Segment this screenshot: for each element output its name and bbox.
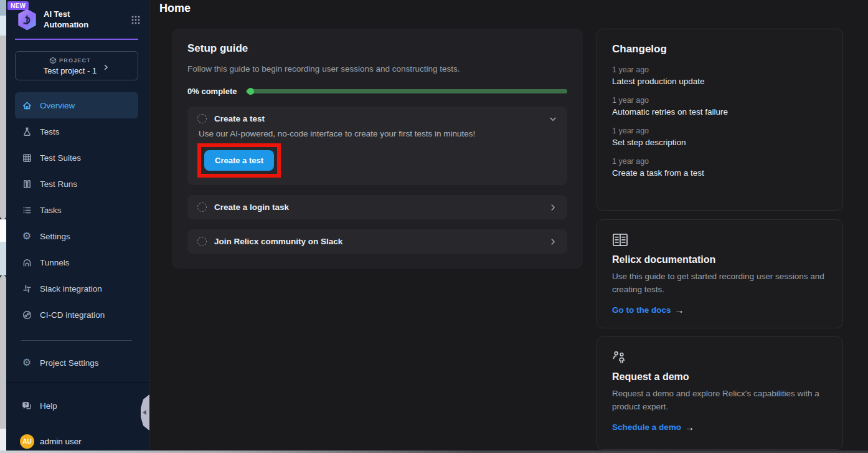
- sidebar-item-label: Overview: [40, 101, 75, 110]
- changelog-entry-time: 1 year ago: [612, 65, 828, 74]
- demo-description: Request a demo and explore Relicx's capa…: [612, 388, 828, 414]
- arrow-right-icon: →: [675, 305, 684, 315]
- sidebar-item-settings[interactable]: ⚙ Settings: [15, 223, 138, 249]
- background-window-edge: [0, 0, 6, 453]
- chevron-right-icon: [102, 64, 110, 71]
- sidebar-item-test-runs[interactable]: Test Runs: [15, 171, 138, 197]
- changelog-entry-title: Create a task from a test: [612, 168, 828, 178]
- sidebar-item-help[interactable]: ? Help: [15, 393, 140, 419]
- request-demo-card: Request a demo Request a demo and explor…: [597, 336, 843, 450]
- arrow-right-icon: →: [685, 422, 694, 432]
- book-icon: [612, 232, 828, 247]
- gear-icon: ⚙: [21, 231, 32, 241]
- apps-grid-icon[interactable]: [131, 15, 141, 25]
- svg-text:?: ?: [24, 402, 27, 408]
- sidebar-divider: [21, 340, 132, 341]
- create-a-test-button[interactable]: Create a test: [204, 150, 274, 171]
- gear-icon: ⚙: [21, 358, 32, 368]
- demo-title: Request a demo: [612, 371, 828, 383]
- changelog-entry-time: 1 year ago: [612, 126, 828, 135]
- project-selector[interactable]: PROJECT Test project - 1: [15, 51, 138, 80]
- setup-progress: 0% complete: [187, 87, 567, 96]
- project-name: Test project - 1: [44, 66, 97, 75]
- sidebar-item-label: Test Suites: [40, 153, 81, 163]
- step-title: Create a login task: [214, 203, 289, 212]
- user-menu[interactable]: AU admin user: [20, 434, 82, 449]
- sidebar-item-cicd-integration[interactable]: CI-CD integration: [15, 302, 138, 328]
- slack-icon: [21, 284, 32, 294]
- changelog-entry: 1 year ago Set step description: [612, 126, 828, 147]
- home-icon: [21, 100, 32, 111]
- sidebar-item-label: Tests: [40, 127, 60, 136]
- changelog-title: Changelog: [612, 43, 828, 55]
- schedule-demo-link[interactable]: Schedule a demo →: [612, 422, 828, 432]
- setup-guide-title: Setup guide: [187, 42, 567, 55]
- sidebar-item-overview[interactable]: Overview: [15, 92, 138, 118]
- header-accent-divider: [15, 39, 138, 40]
- app-logo-icon: [17, 8, 37, 31]
- help-chat-icon: ?: [21, 400, 32, 411]
- columns-icon: [21, 179, 32, 189]
- changelog-entry-title: Latest production update: [612, 77, 828, 86]
- setup-step-join-slack[interactable]: Join Relicx community on Slack: [187, 229, 567, 254]
- chevron-down-icon: [549, 115, 557, 123]
- sidebar-nav: Overview Tests Test Suites: [15, 92, 138, 376]
- project-label: PROJECT: [59, 57, 91, 64]
- sidebar-item-tests[interactable]: Tests: [15, 118, 138, 145]
- changelog-entry-time: 1 year ago: [612, 157, 828, 166]
- sidebar-item-slack-integration[interactable]: Slack integration: [15, 275, 138, 302]
- setup-guide-card: Setup guide Follow this guide to begin r…: [172, 29, 583, 269]
- setup-step-create-login-task[interactable]: Create a login task: [187, 195, 567, 219]
- sidebar: NEW AI Test Automation: [6, 0, 149, 453]
- changelog-entry-title: Set step description: [612, 138, 828, 147]
- progress-indicator-dot: [247, 88, 254, 95]
- page-title: Home: [159, 2, 191, 15]
- changelog-entry: 1 year ago Latest production update: [612, 65, 828, 86]
- documentation-card: Relicx documentation Use this guide to g…: [597, 219, 843, 328]
- sidebar-item-label: Test Runs: [40, 179, 77, 189]
- sidebar-item-label: Settings: [40, 232, 70, 241]
- list-icon: [21, 205, 32, 216]
- main-content: Home Setup guide Follow this guide to be…: [150, 0, 868, 453]
- incomplete-step-icon: [197, 203, 207, 212]
- progress-label: 0% complete: [187, 87, 237, 96]
- sidebar-footer: ? Help AU admin user: [6, 382, 149, 453]
- changelog-entry-time: 1 year ago: [612, 96, 828, 105]
- sidebar-item-label: CI-CD integration: [40, 310, 105, 320]
- avatar: AU: [20, 434, 34, 449]
- step-title: Create a test: [214, 114, 265, 123]
- sidebar-item-tunnels[interactable]: Tunnels: [15, 249, 138, 275]
- setup-step-create-test[interactable]: Create a test Use our AI-powered, no-cod…: [187, 107, 567, 185]
- step-description: Use our AI-powered, no-code interface to…: [199, 129, 557, 138]
- tunnel-icon: [21, 257, 32, 268]
- grid-table-icon: [21, 153, 32, 163]
- sidebar-item-label: Tasks: [40, 206, 62, 215]
- chevron-left-icon: [143, 410, 146, 415]
- sidebar-item-tasks[interactable]: Tasks: [15, 197, 138, 223]
- sidebar-item-label: Project Settings: [40, 358, 99, 368]
- documentation-title: Relicx documentation: [612, 254, 828, 265]
- sidebar-item-label: Tunnels: [40, 258, 70, 267]
- sidebar-item-label: Slack integration: [40, 284, 102, 293]
- documentation-description: Use this guide to get started recording …: [612, 270, 828, 297]
- link-label: Go to the docs: [612, 305, 671, 315]
- app-header: AI Test Automation: [17, 8, 141, 31]
- incomplete-step-icon: [197, 237, 207, 246]
- sidebar-item-test-suites[interactable]: Test Suites: [15, 145, 138, 171]
- chevron-right-icon: [549, 237, 557, 246]
- sidebar-item-label: Help: [40, 401, 57, 411]
- cicd-icon: [21, 310, 32, 320]
- chevron-right-icon: [549, 203, 557, 212]
- background-window-bottom-edge: [0, 451, 868, 453]
- incomplete-step-icon: [197, 114, 207, 123]
- annotation-highlight-box: Create a test: [197, 143, 281, 178]
- flask-icon: [21, 126, 32, 137]
- user-name: admin user: [40, 437, 82, 446]
- sidebar-item-project-settings[interactable]: ⚙ Project Settings: [15, 350, 138, 376]
- go-to-docs-link[interactable]: Go to the docs →: [612, 305, 828, 315]
- people-icon: [612, 350, 828, 365]
- link-label: Schedule a demo: [612, 422, 681, 432]
- app-title: AI Test Automation: [44, 9, 103, 31]
- changelog-entry: 1 year ago Create a task from a test: [612, 157, 828, 178]
- cube-icon: [49, 57, 57, 64]
